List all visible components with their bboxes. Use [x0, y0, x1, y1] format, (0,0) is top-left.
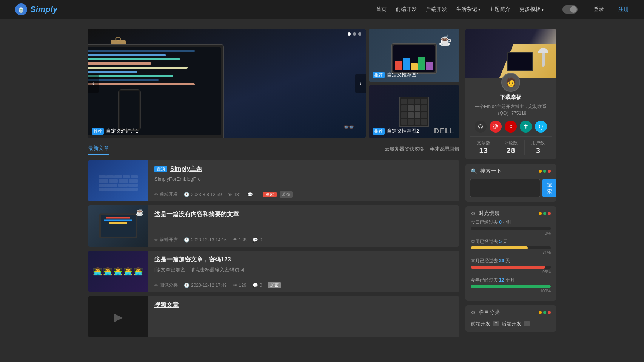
- article-thumb-1: [88, 160, 148, 201]
- avatar: 🧑: [501, 73, 520, 92]
- chart-bar: [426, 62, 433, 70]
- emoji-people: 👨‍💻👨‍💻👨‍💻👨‍💻👨‍💻: [93, 267, 144, 276]
- meta-date-3: 🕐 2023-12-12 17:49: [184, 283, 227, 288]
- time-section-title: 时光慢漫: [479, 210, 536, 217]
- meta-comments-3: 💬 0: [253, 283, 262, 288]
- weibo-icon[interactable]: 微: [490, 121, 502, 133]
- login-link[interactable]: 登录: [593, 6, 604, 13]
- banner-side-item-2: DELL 推荐 自定义推荐图2: [369, 85, 459, 138]
- time-header: ⚙ 时光慢漫: [465, 206, 556, 219]
- article-body-1: 置顶 Simply主题 SimplyForEmblogPro ✏ 前端开发 🕐 …: [154, 160, 459, 201]
- article-title-4[interactable]: 视频文章: [154, 301, 179, 309]
- search-button[interactable]: 搜索: [542, 179, 556, 197]
- quick-link-0[interactable]: 云服务器省钱攻略: [385, 145, 424, 152]
- nav-links: 首页 前端开发 后端开发 生活杂记 主题简介 更多模板: [376, 6, 544, 13]
- quick-link-1[interactable]: 年末感恩回馈: [430, 145, 459, 152]
- meta-views-3: 👁 129: [233, 283, 247, 288]
- nav-more[interactable]: 更多模板: [519, 6, 544, 13]
- time-year-value: 12: [499, 277, 504, 283]
- profile-card: 🧑 下载幸福 一个Emlog主题开发博主，定制联系（QQ）775118 微 C …: [465, 29, 556, 159]
- search-input[interactable]: [470, 179, 540, 197]
- category-icon-3: ✏: [154, 283, 158, 288]
- sidebar: 🧑 下载幸福 一个Emlog主题开发博主，定制联系（QQ）775118 微 C …: [465, 29, 556, 341]
- stat-users-value: 3: [525, 146, 552, 155]
- stat-users: 用户数 3: [525, 140, 552, 155]
- banner-slide-title: 自定义幻灯片1: [106, 128, 138, 135]
- qq-icon[interactable]: Q: [535, 121, 547, 133]
- time-month: 本月已经过去 29 天 93%: [471, 258, 551, 274]
- logo[interactable]: 🍵 Simply: [15, 3, 57, 15]
- code-line: [88, 79, 159, 81]
- video-thumb: ▶: [88, 296, 148, 337]
- banner-dot-1[interactable]: [348, 32, 351, 36]
- comment-icon-3: 💬: [253, 283, 258, 288]
- search-box: 搜索: [465, 177, 556, 202]
- cat-dot-yellow: [539, 311, 542, 314]
- month-progress-label: 93%: [471, 269, 551, 274]
- article-title-3[interactable]: 这是一篇加密文章，密码123: [154, 256, 231, 264]
- dark-mode-toggle[interactable]: [562, 5, 578, 14]
- code-line: [88, 62, 151, 65]
- category-count-0: 7: [493, 321, 499, 326]
- category-item-1[interactable]: 后端开发 1: [502, 320, 530, 327]
- tag-feedback: 反馈: [280, 191, 293, 198]
- avatar-image: 🧑: [506, 77, 516, 87]
- meta-comments-2: 💬 0: [253, 237, 262, 243]
- banner-dot-3[interactable]: [358, 32, 361, 36]
- nav-backend[interactable]: 后端开发: [426, 6, 447, 13]
- nav-theme[interactable]: 主题简介: [489, 6, 510, 13]
- week-progress-fill: [471, 246, 528, 249]
- category-link-0[interactable]: 前端开发: [471, 320, 490, 327]
- encrypted-image: 👨‍💻👨‍💻👨‍💻👨‍💻👨‍💻: [88, 251, 148, 292]
- category-item-0[interactable]: 前端开发 7: [471, 320, 499, 327]
- glasses: 👓: [343, 122, 354, 133]
- article-title-1[interactable]: Simply主题: [170, 165, 202, 173]
- meta-date-2: 🕐 2023-12-13 14:16: [184, 237, 227, 243]
- year-progress-label: 100%: [471, 289, 551, 293]
- article-card-4: ▶ 视频文章: [88, 296, 459, 337]
- banner-prev-button[interactable]: ‹: [88, 74, 99, 93]
- register-link[interactable]: 注册: [618, 6, 629, 13]
- category-link-1[interactable]: 后端开发: [502, 320, 521, 327]
- article-quick-links: 云服务器省钱攻略 年末感恩回馈: [385, 145, 459, 152]
- stat-comments-label: 评论数: [497, 140, 524, 146]
- layui-icon[interactable]: [520, 121, 532, 133]
- tab-latest[interactable]: 最新文章: [88, 143, 109, 155]
- time-year: 今年已经过去 12 个月 100%: [471, 277, 551, 293]
- banner-dot-2[interactable]: [353, 32, 356, 36]
- article-title-2[interactable]: 这是一篇没有内容和摘要的文章: [154, 210, 239, 218]
- csdn-icon[interactable]: C: [505, 121, 517, 133]
- github-icon[interactable]: [475, 121, 487, 133]
- chart-bar: [395, 61, 402, 70]
- article-thumb-4: ▶: [88, 296, 148, 337]
- nav-frontend[interactable]: 前端开发: [396, 6, 417, 13]
- stat-comments-value: 28: [497, 146, 524, 155]
- article-thumb-2: ☕: [88, 205, 148, 247]
- chart-bar: [411, 63, 418, 70]
- nav-home[interactable]: 首页: [376, 6, 387, 13]
- article-title-row-2: 这是一篇没有内容和摘要的文章: [154, 210, 453, 218]
- article-title-row-1: 置顶 Simply主题: [154, 165, 453, 173]
- article-body-3: 这是一篇加密文章，密码123 [该文章已加密，请点击标题输入密码访问] ✏ 测试…: [154, 251, 459, 292]
- time-today-label: 今日已经过去 0 小时: [471, 219, 551, 226]
- category-count-1: 1: [524, 321, 530, 326]
- meta-date-1: 🕐 2023-8-8 12:59: [184, 192, 222, 197]
- profile-description: 一个Emlog主题开发博主，定制联系（QQ）775118: [470, 103, 552, 117]
- navbar: 🍵 Simply 首页 前端开发 后端开发 生活杂记 主题简介 更多模板 登录 …: [0, 0, 644, 19]
- side-badge-2: 推荐: [373, 128, 385, 135]
- nav-life[interactable]: 生活杂记: [456, 6, 480, 13]
- article-summary-1: SimplyForEmblogPro: [154, 175, 453, 183]
- time-card: ⚙ 时光慢漫 今日已经过去 0 小时: [465, 206, 556, 301]
- article-meta-2: ✏ 前端开发 🕐 2023-12-13 14:16 👁 138 💬 0: [154, 237, 453, 243]
- time-week-value: 5: [499, 239, 502, 244]
- views-icon-2: 👁: [233, 237, 237, 243]
- side-laptop-chart: [395, 55, 433, 70]
- categories-section-title: 栏目分类: [479, 309, 536, 316]
- article-card-2: ☕ 这是一篇没有内容和摘要的文章 ✏ 前端开发 🕐 2023-12-13 14:…: [88, 205, 459, 247]
- search-card: 🔍 搜索一下 搜索: [465, 164, 556, 202]
- banner-next-button[interactable]: ›: [355, 74, 366, 93]
- cat-dot-red: [548, 311, 551, 314]
- pinned-badge: 置顶: [154, 166, 167, 172]
- keyboard-image: [88, 160, 148, 201]
- time-section-icon: ⚙: [471, 210, 476, 217]
